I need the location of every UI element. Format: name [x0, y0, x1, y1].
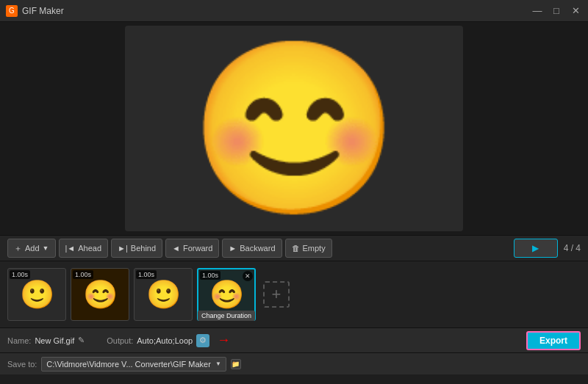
- save-path-dropdown[interactable]: C:\Vidmore\Vidmore V... Converter\GIF Ma…: [41, 357, 226, 372]
- frame-thumb-1[interactable]: 1.00s 🙂: [7, 268, 66, 321]
- add-frame-button[interactable]: +: [263, 281, 290, 308]
- add-label: Add: [25, 244, 40, 253]
- ahead-icon: |◄: [65, 244, 76, 253]
- backward-button[interactable]: ► Backward: [222, 239, 282, 258]
- preview-frame: 😊: [125, 26, 463, 231]
- frame-thumb-4[interactable]: 1.00s ✕ 😊 Change Duration: [197, 268, 256, 321]
- play-button[interactable]: ▶: [514, 239, 558, 258]
- add-icon: ＋: [14, 243, 22, 254]
- name-section: Name: New Gif.gif ✎: [7, 336, 85, 345]
- backward-label: Backward: [240, 244, 275, 253]
- preview-emoji: 😊: [189, 44, 400, 213]
- ahead-label: Ahead: [78, 244, 101, 253]
- app-title: GIF Maker: [22, 6, 64, 16]
- frame-thumb-2[interactable]: 1.00s 😊: [71, 268, 129, 321]
- frame-emoji-3: 🙂: [146, 280, 181, 308]
- name-label: Name:: [7, 336, 31, 345]
- maximize-button[interactable]: □: [550, 4, 563, 18]
- behind-icon: ►|: [118, 244, 128, 253]
- save-bar: Save to: C:\Vidmore\Vidmore V... Convert…: [0, 352, 588, 374]
- save-path-value: C:\Vidmore\Vidmore V... Converter\GIF Ma…: [46, 360, 211, 369]
- behind-button[interactable]: ►| Behind: [111, 239, 162, 258]
- title-bar: G GIF Maker — □ ✕: [0, 0, 588, 22]
- frame-duration-1: 1.00s: [10, 270, 30, 279]
- trash-icon: 🗑: [292, 244, 300, 253]
- forward-label: Forward: [183, 244, 212, 253]
- add-dropdown-icon: ▼: [43, 244, 49, 252]
- minimize-button[interactable]: —: [531, 4, 544, 18]
- export-arrow-icon: →: [217, 333, 230, 348]
- title-bar-left: G GIF Maker: [6, 5, 64, 17]
- frame-emoji-1: 🙂: [20, 280, 54, 308]
- name-value: New Gif.gif: [35, 336, 74, 345]
- empty-label: Empty: [303, 244, 326, 253]
- app-icon: G: [6, 5, 18, 17]
- ahead-button[interactable]: |◄ Ahead: [59, 239, 109, 258]
- output-section: Output: Auto;Auto;Loop ⚙: [107, 334, 209, 347]
- open-folder-icon[interactable]: 📁: [231, 359, 241, 369]
- empty-button[interactable]: 🗑 Empty: [285, 239, 332, 258]
- frame-close-4[interactable]: ✕: [243, 271, 253, 281]
- toolbar: ＋ Add ▼ |◄ Ahead ►| Behind ◄ Forward ► B…: [0, 235, 588, 261]
- frame-duration-3: 1.00s: [136, 270, 157, 279]
- add-button[interactable]: ＋ Add ▼: [7, 239, 56, 258]
- export-button[interactable]: Export: [526, 331, 581, 350]
- frame-duration-2: 1.00s: [73, 270, 93, 279]
- bottom-bar: Name: New Gif.gif ✎ Output: Auto;Auto;Lo…: [0, 327, 588, 352]
- frame-counter: 4 / 4: [564, 243, 581, 253]
- frame-duration-4: 1.00s: [200, 271, 220, 280]
- edit-name-icon[interactable]: ✎: [78, 336, 85, 345]
- forward-button[interactable]: ◄ Forward: [165, 239, 219, 258]
- dropdown-arrow-icon: ▼: [215, 361, 221, 367]
- behind-label: Behind: [131, 244, 156, 253]
- output-value: Auto;Auto;Loop: [137, 336, 193, 345]
- frame-thumb-3[interactable]: 1.00s 🙂: [134, 268, 193, 321]
- window-controls: — □ ✕: [531, 4, 582, 18]
- forward-icon: ◄: [172, 244, 180, 253]
- frame-emoji-2: 😊: [83, 280, 118, 308]
- play-icon: ▶: [532, 243, 539, 253]
- backward-icon: ►: [229, 244, 237, 253]
- preview-area: 😊: [0, 22, 588, 235]
- save-to-label: Save to:: [7, 360, 37, 369]
- output-label: Output:: [107, 336, 133, 345]
- settings-icon[interactable]: ⚙: [196, 334, 209, 347]
- play-controls: ▶ 4 / 4: [514, 239, 581, 258]
- close-button[interactable]: ✕: [569, 4, 582, 18]
- frame-emoji-4: 😊: [209, 280, 244, 308]
- timeline: 1.00s 🙂 1.00s 😊 1.00s 🙂 1.00s ✕ 😊 Change…: [0, 261, 588, 327]
- change-duration-tooltip: Change Duration: [198, 311, 255, 321]
